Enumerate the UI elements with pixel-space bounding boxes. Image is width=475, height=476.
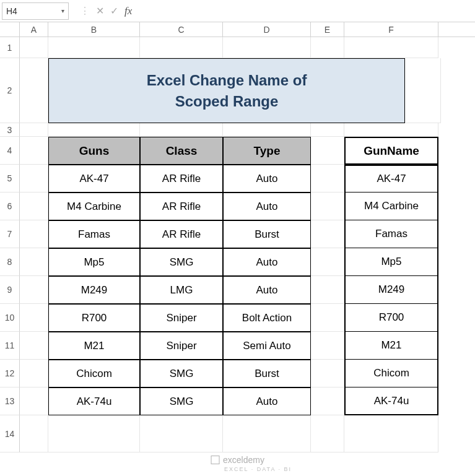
cell-d10[interactable]: Bolt Action [223,304,311,332]
cell-c9[interactable]: LMG [140,276,223,304]
row-header-13[interactable]: 13 [0,387,20,415]
row-header-8[interactable]: 8 [0,248,20,276]
cell-f12[interactable]: Chicom [344,360,438,387]
cell-f11[interactable]: M21 [344,332,438,360]
cell-d7[interactable]: Burst [223,220,311,248]
row-header-4[interactable]: 4 [0,137,20,165]
row-header-2[interactable]: 2 [0,58,20,123]
col-header-d[interactable]: D [223,22,311,37]
cell-f13[interactable]: AK-74u [344,387,438,415]
row-header-7[interactable]: 7 [0,220,20,248]
title-cell[interactable]: Excel Change Name of Scoped Range [48,58,405,123]
cell-d11[interactable]: Semi Auto [223,332,311,360]
cell-e5[interactable] [311,165,344,193]
cell-a8[interactable] [20,248,48,276]
table1-header-class[interactable]: Class [140,137,223,165]
cell-d13[interactable]: Auto [223,387,311,415]
col-header-b[interactable]: B [48,22,140,37]
row-header-1[interactable]: 1 [0,37,20,58]
cell-f6[interactable]: M4 Carbine [344,193,438,220]
row-header-10[interactable]: 10 [0,304,20,332]
row-header-5[interactable]: 5 [0,165,20,193]
cancel-icon[interactable]: ✕ [96,5,104,17]
cell-a11[interactable] [20,332,48,360]
cell-f9[interactable]: M249 [344,276,438,304]
cell-a9[interactable] [20,276,48,304]
cell-c13[interactable]: SMG [140,387,223,415]
cell-a3[interactable] [20,123,48,137]
cell-f10[interactable]: R700 [344,304,438,332]
cell-d14[interactable] [223,415,311,452]
cell-f3[interactable] [344,123,438,137]
cell-f14[interactable] [344,415,438,452]
cell-b8[interactable]: Mp5 [48,248,140,276]
table1-header-guns[interactable]: Guns [48,137,140,165]
cell-a12[interactable] [20,360,48,387]
cell-a2[interactable] [20,58,48,123]
formula-input[interactable] [139,2,475,20]
cell-a14[interactable] [20,415,48,452]
chevron-down-icon[interactable]: ▾ [61,7,64,14]
col-header-f[interactable]: F [344,22,438,37]
row-header-12[interactable]: 12 [0,360,20,387]
col-header-e[interactable]: E [311,22,344,37]
cell-c1[interactable] [140,37,223,58]
cell-b1[interactable] [48,37,140,58]
col-header-a[interactable]: A [20,22,48,37]
cell-b6[interactable]: M4 Carbine [48,193,140,220]
cell-a5[interactable] [20,165,48,193]
cell-c10[interactable]: Sniper [140,304,223,332]
cell-e11[interactable] [311,332,344,360]
cell-b10[interactable]: R700 [48,304,140,332]
cell-c11[interactable]: Sniper [140,332,223,360]
cell-d12[interactable]: Burst [223,360,311,387]
cell-c14[interactable] [140,415,223,452]
cell-b9[interactable]: M249 [48,276,140,304]
cell-d3[interactable] [223,123,311,137]
cell-b5[interactable]: AK-47 [48,165,140,193]
cell-c5[interactable]: AR Rifle [140,165,223,193]
cell-f2[interactable] [405,58,441,123]
cell-c12[interactable]: SMG [140,360,223,387]
cell-f5[interactable]: AK-47 [344,165,438,193]
enter-icon[interactable]: ✓ [110,5,118,17]
cell-a6[interactable] [20,193,48,220]
cell-e8[interactable] [311,248,344,276]
table1-header-type[interactable]: Type [223,137,311,165]
cell-f1[interactable] [344,37,438,58]
cell-e1[interactable] [311,37,344,58]
cell-d6[interactable]: Auto [223,193,311,220]
cell-e13[interactable] [311,387,344,415]
cell-b12[interactable]: Chicom [48,360,140,387]
select-all-corner[interactable] [0,22,20,37]
cell-f8[interactable]: Mp5 [344,248,438,276]
cell-c7[interactable]: AR Rifle [140,220,223,248]
cell-d5[interactable]: Auto [223,165,311,193]
cell-f7[interactable]: Famas [344,220,438,248]
row-header-3[interactable]: 3 [0,123,20,137]
cell-b13[interactable]: AK-74u [48,387,140,415]
cell-e10[interactable] [311,304,344,332]
cell-d8[interactable]: Auto [223,248,311,276]
cell-e4[interactable] [311,137,344,165]
cell-c8[interactable]: SMG [140,248,223,276]
cell-e14[interactable] [311,415,344,452]
cell-d9[interactable]: Auto [223,276,311,304]
table2-header[interactable]: GunName [344,137,438,165]
cell-e9[interactable] [311,276,344,304]
col-header-c[interactable]: C [140,22,223,37]
cell-c3[interactable] [140,123,223,137]
cell-e7[interactable] [311,220,344,248]
cell-e12[interactable] [311,360,344,387]
cell-b14[interactable] [48,415,140,452]
row-header-14[interactable]: 14 [0,415,20,452]
name-box[interactable]: H4 ▾ [2,2,69,20]
cell-b11[interactable]: M21 [48,332,140,360]
cell-d1[interactable] [223,37,311,58]
cell-a4[interactable] [20,137,48,165]
row-header-11[interactable]: 11 [0,332,20,360]
cell-e3[interactable] [311,123,344,137]
cell-a13[interactable] [20,387,48,415]
cell-b3[interactable] [48,123,140,137]
cell-b7[interactable]: Famas [48,220,140,248]
